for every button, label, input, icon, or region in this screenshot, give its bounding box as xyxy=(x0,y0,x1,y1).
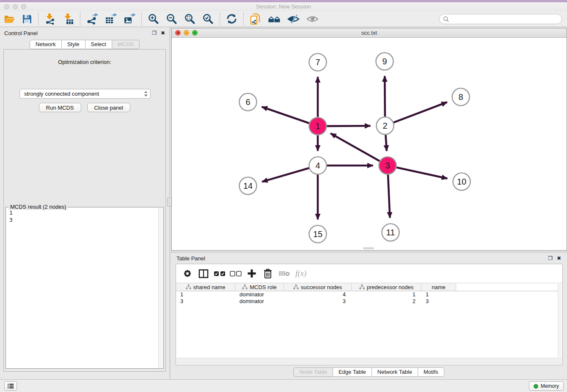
float-panel-icon[interactable]: ❐ xyxy=(152,30,157,36)
cell-successor_nodes[interactable]: 3 xyxy=(284,298,352,305)
network-window-title: scc.txt xyxy=(172,30,567,36)
table-settings-gear-icon[interactable] xyxy=(180,266,195,281)
cell-shared_name[interactable]: 1 xyxy=(176,291,235,298)
graph-node-label-14: 14 xyxy=(243,181,253,190)
graph-edge-4-14[interactable] xyxy=(262,168,309,182)
import-table-icon[interactable] xyxy=(59,12,77,26)
tab-network-table[interactable]: Network Table xyxy=(372,367,418,377)
network-graph[interactable]: 7968124314101511 xyxy=(172,38,567,250)
tab-edge-table[interactable]: Edge Table xyxy=(333,367,372,377)
search-field[interactable] xyxy=(439,14,562,24)
table-row[interactable]: 1dominator411 xyxy=(176,291,562,298)
cell-mcds_role[interactable]: dominator xyxy=(235,291,284,298)
deselect-all-checkboxes-icon[interactable] xyxy=(228,266,243,281)
network-scroll-thumb[interactable] xyxy=(363,247,374,249)
memory-button-label: Memory xyxy=(541,383,559,389)
export-image-icon[interactable] xyxy=(120,12,139,26)
column-header-name[interactable]: name xyxy=(421,283,456,291)
graph-edge-3-10[interactable] xyxy=(396,168,447,179)
graph-edge-2-9[interactable] xyxy=(385,76,385,116)
cell-name[interactable]: 3 xyxy=(421,298,456,305)
graph-edge-1-6[interactable] xyxy=(262,107,309,123)
show-column-icon[interactable] xyxy=(196,266,211,281)
select-stepper-icon xyxy=(144,91,148,97)
cell-mcds_role[interactable]: dominator xyxy=(235,298,284,305)
title-bar[interactable]: Session: New Session xyxy=(0,2,567,11)
cell-filler xyxy=(456,298,562,305)
graph-node-label-10: 10 xyxy=(457,177,466,186)
sort-tree-icon xyxy=(242,284,248,290)
table-panel-title: Table Panel xyxy=(176,255,205,262)
graph-node-label-9: 9 xyxy=(382,57,387,66)
refresh-icon[interactable] xyxy=(223,12,241,26)
table-vertical-scrollbar[interactable] xyxy=(558,284,562,357)
graph-edge-3-1[interactable] xyxy=(330,133,380,161)
tab-node-table[interactable]: Node Table xyxy=(293,367,333,377)
eye-slash-icon[interactable] xyxy=(284,12,303,26)
graph-edge-1-2[interactable] xyxy=(327,126,370,126)
sort-tree-icon xyxy=(359,284,365,290)
column-header-MCDS-role[interactable]: MCDS role xyxy=(235,283,284,291)
toolbar-separator xyxy=(80,13,80,25)
control-panel-title: Control Panel xyxy=(4,30,38,36)
cell-successor_nodes[interactable]: 4 xyxy=(284,291,352,298)
zoom-out-icon[interactable] xyxy=(162,12,181,26)
tab-select[interactable]: Select xyxy=(85,40,112,49)
node-table-container: f(x) shared nameMCDS rolesuccessor nodes… xyxy=(176,264,563,365)
tab-style[interactable]: Style xyxy=(62,40,85,49)
open-session-icon[interactable] xyxy=(0,12,19,26)
import-network-icon[interactable] xyxy=(41,12,59,26)
table-horizontal-scrollbar[interactable] xyxy=(176,358,562,364)
mcds-tab-content: Optimization criterion: strongly connect… xyxy=(3,49,166,372)
mcds-result-scrollbar[interactable] xyxy=(158,208,163,368)
network-view-window[interactable]: ✕ − + scc.txt 7968124314101511 xyxy=(171,28,567,251)
graph-node-label-11: 11 xyxy=(386,228,395,237)
export-table-icon[interactable] xyxy=(102,12,120,26)
task-history-button[interactable] xyxy=(4,381,17,391)
cell-name[interactable]: 1 xyxy=(421,291,456,298)
column-header-predecessor-nodes[interactable]: predecessor nodes xyxy=(352,283,421,291)
homes-icon[interactable] xyxy=(264,12,284,26)
mcds-result-text[interactable]: 1 3 xyxy=(7,209,157,367)
network-window-titlebar[interactable]: ✕ − + scc.txt xyxy=(172,28,567,38)
tab-motifs[interactable]: Motifs xyxy=(418,367,444,377)
optimization-criterion-label: Optimization criterion: xyxy=(4,59,165,65)
eye-icon[interactable] xyxy=(303,12,322,26)
close-panel-button[interactable]: Close panel xyxy=(87,103,131,112)
zoom-selected-icon[interactable] xyxy=(199,12,217,26)
zoom-fit-icon[interactable] xyxy=(181,12,199,26)
zoom-in-icon[interactable] xyxy=(144,12,162,26)
graph-edge-2-3[interactable] xyxy=(385,135,386,151)
cell-shared_name[interactable]: 3 xyxy=(176,298,235,305)
tab-mcds[interactable]: MCDS xyxy=(112,40,140,49)
column-header-successor-nodes[interactable]: successor nodes xyxy=(284,283,352,291)
select-all-checkboxes-icon[interactable] xyxy=(212,266,227,281)
memory-button[interactable]: Memory xyxy=(529,381,564,391)
table-close-panel-icon[interactable]: ✖ xyxy=(557,255,561,261)
main-toolbar xyxy=(0,11,567,27)
search-input[interactable] xyxy=(451,16,561,22)
cell-filler xyxy=(456,291,562,298)
column-header-shared-name[interactable]: shared name xyxy=(176,283,235,291)
copy-network-icon[interactable] xyxy=(246,12,264,26)
graph-edge-3-11[interactable] xyxy=(388,174,390,218)
add-row-icon[interactable] xyxy=(245,266,259,281)
graph-node-label-15: 15 xyxy=(313,229,322,239)
graph-node-label-3: 3 xyxy=(385,161,390,170)
table-panel: Table Panel ❐ ✖ xyxy=(171,252,567,379)
save-session-icon[interactable] xyxy=(19,12,36,26)
delete-row-icon[interactable] xyxy=(261,266,275,281)
table-float-panel-icon[interactable]: ❐ xyxy=(548,255,553,261)
table-row[interactable]: 3dominator323 xyxy=(176,298,562,305)
table-header-row: shared nameMCDS rolesuccessor nodesprede… xyxy=(176,283,562,291)
criterion-select[interactable]: strongly connected component xyxy=(19,89,151,99)
cell-predecessor_nodes[interactable]: 2 xyxy=(352,298,421,305)
run-mcds-button[interactable]: Run MCDS xyxy=(39,103,81,112)
tab-network[interactable]: Network xyxy=(30,40,62,49)
cell-predecessor_nodes[interactable]: 1 xyxy=(352,291,421,298)
close-panel-icon[interactable]: ✖ xyxy=(161,30,165,36)
memory-status-icon xyxy=(534,384,538,389)
graph-edge-2-8[interactable] xyxy=(394,102,447,122)
network-canvas[interactable]: 7968124314101511 xyxy=(172,38,567,250)
export-network-icon[interactable] xyxy=(83,12,102,26)
